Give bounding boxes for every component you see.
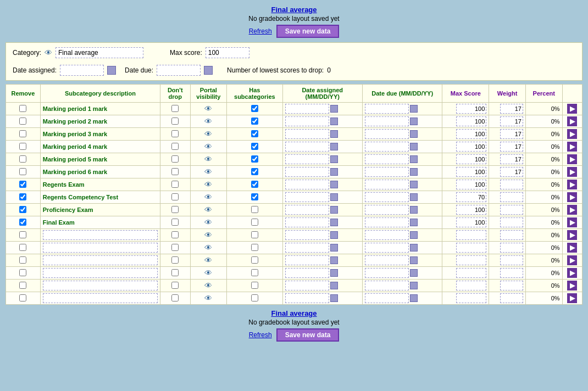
dontdrop-checkbox[interactable] (171, 256, 179, 264)
weight-input[interactable] (500, 116, 523, 126)
date-due-cal-icon[interactable] (410, 269, 418, 277)
date-assigned-field[interactable] (285, 230, 329, 240)
date-due-field[interactable] (365, 142, 409, 152)
maxscore-input[interactable] (456, 104, 486, 114)
weight-input[interactable] (500, 192, 523, 202)
remove-checkbox[interactable] (19, 269, 26, 276)
hassub-checkbox[interactable] (251, 130, 258, 137)
date-assigned-field[interactable] (285, 243, 329, 253)
date-due-field[interactable] (365, 293, 409, 303)
date-assigned-field[interactable] (285, 116, 329, 126)
portal-eye-icon[interactable]: 👁 (204, 294, 212, 303)
weight-input[interactable] (500, 255, 523, 265)
row-arrow-button[interactable]: ▶ (567, 192, 577, 202)
date-due-input[interactable] (157, 65, 201, 76)
date-due-cal-icon[interactable] (410, 193, 418, 201)
date-due-field[interactable] (365, 192, 409, 202)
date-due-cal-icon[interactable] (410, 181, 418, 188)
date-due-field[interactable] (365, 268, 409, 278)
portal-eye-icon[interactable]: 👁 (204, 167, 212, 176)
remove-checkbox[interactable] (19, 256, 26, 264)
row-arrow-button[interactable]: ▶ (567, 142, 577, 152)
date-due-field[interactable] (365, 167, 409, 177)
date-assigned-field[interactable] (285, 167, 329, 177)
row-arrow-button[interactable]: ▶ (567, 281, 577, 291)
remove-checkbox[interactable] (19, 118, 26, 125)
portal-eye-icon[interactable]: 👁 (204, 256, 212, 265)
portal-eye-icon[interactable]: 👁 (204, 281, 212, 290)
portal-eye-icon[interactable]: 👁 (204, 104, 212, 113)
dontdrop-checkbox[interactable] (171, 294, 179, 301)
date-assigned-field[interactable] (285, 268, 329, 278)
date-due-field[interactable] (365, 129, 409, 139)
date-due-cal-icon[interactable] (410, 130, 418, 138)
weight-input[interactable] (500, 180, 523, 189)
maxscore-input[interactable] (456, 167, 486, 177)
maxscore-input[interactable] (456, 180, 486, 189)
dontdrop-checkbox[interactable] (171, 282, 179, 289)
top-title-link[interactable]: Final average (271, 5, 317, 14)
remove-checkbox[interactable] (19, 282, 26, 289)
weight-input[interactable] (500, 104, 523, 114)
subcategory-input[interactable] (43, 230, 158, 240)
maxscore-input[interactable] (456, 192, 486, 202)
date-due-field[interactable] (365, 104, 409, 114)
date-assigned-cal-icon[interactable] (330, 168, 338, 176)
hassub-checkbox[interactable] (251, 244, 258, 251)
maxscore-input[interactable] (456, 281, 486, 291)
remove-checkbox[interactable] (19, 244, 26, 251)
row-arrow-button[interactable]: ▶ (567, 255, 577, 265)
dontdrop-checkbox[interactable] (171, 155, 179, 163)
dontdrop-checkbox[interactable] (171, 168, 179, 175)
date-due-field[interactable] (365, 243, 409, 253)
bottom-refresh-link[interactable]: Refresh (249, 331, 272, 339)
date-assigned-field[interactable] (285, 180, 329, 189)
date-assigned-cal-icon[interactable] (330, 219, 338, 226)
dontdrop-checkbox[interactable] (171, 219, 179, 226)
date-due-field[interactable] (365, 205, 409, 215)
date-assigned-field[interactable] (285, 154, 329, 164)
weight-input[interactable] (500, 230, 523, 240)
date-assigned-calendar-icon[interactable] (107, 66, 116, 75)
remove-checkbox[interactable] (19, 181, 26, 188)
date-due-cal-icon[interactable] (410, 118, 418, 125)
remove-checkbox[interactable] (19, 294, 26, 301)
date-assigned-cal-icon[interactable] (330, 282, 338, 289)
row-arrow-button[interactable]: ▶ (567, 293, 577, 303)
hassub-checkbox[interactable] (251, 256, 258, 264)
date-due-cal-icon[interactable] (410, 244, 418, 252)
dontdrop-checkbox[interactable] (171, 143, 179, 150)
dontdrop-checkbox[interactable] (171, 231, 179, 238)
hassub-checkbox[interactable] (251, 193, 258, 200)
hassub-checkbox[interactable] (251, 269, 258, 276)
date-assigned-field[interactable] (285, 192, 329, 202)
bottom-title-link[interactable]: Final average (271, 309, 317, 317)
maxscore-input[interactable] (456, 255, 486, 265)
date-due-cal-icon[interactable] (410, 219, 418, 226)
maxscore-input[interactable] (456, 205, 486, 215)
date-due-cal-icon[interactable] (410, 168, 418, 176)
dontdrop-checkbox[interactable] (171, 105, 179, 112)
row-arrow-button[interactable]: ▶ (567, 180, 577, 189)
row-arrow-button[interactable]: ▶ (567, 167, 577, 177)
remove-checkbox[interactable] (19, 206, 26, 213)
top-refresh-link[interactable]: Refresh (249, 27, 272, 35)
top-save-button[interactable]: Save new data (276, 25, 340, 38)
date-assigned-field[interactable] (285, 255, 329, 265)
remove-checkbox[interactable] (19, 155, 26, 163)
dontdrop-checkbox[interactable] (171, 193, 179, 200)
hassub-checkbox[interactable] (251, 181, 258, 188)
remove-checkbox[interactable] (19, 168, 26, 175)
portal-eye-icon[interactable]: 👁 (204, 142, 212, 151)
date-due-calendar-icon[interactable] (204, 66, 213, 75)
portal-eye-icon[interactable]: 👁 (204, 117, 212, 126)
hassub-checkbox[interactable] (251, 294, 258, 301)
date-assigned-cal-icon[interactable] (330, 155, 338, 163)
date-due-field[interactable] (365, 116, 409, 126)
max-score-input[interactable] (206, 47, 249, 58)
date-assigned-field[interactable] (285, 205, 329, 215)
portal-eye-icon[interactable]: 👁 (204, 205, 212, 214)
date-due-field[interactable] (365, 255, 409, 265)
date-due-cal-icon[interactable] (410, 231, 418, 239)
date-due-cal-icon[interactable] (410, 143, 418, 150)
